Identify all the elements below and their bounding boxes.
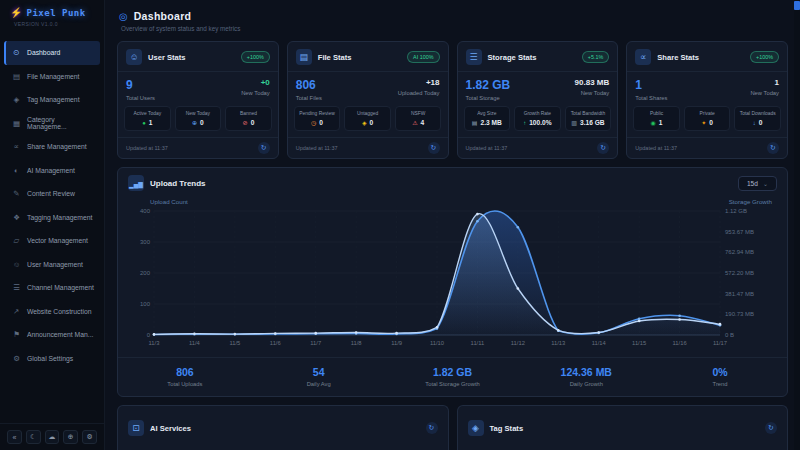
range-select[interactable]: 15d ⌄: [738, 176, 777, 191]
svg-text:11/3: 11/3: [149, 340, 160, 346]
language-button[interactable]: ⊕: [63, 430, 78, 444]
mini-label: NSFW: [397, 111, 440, 116]
content-review-icon: ✎: [12, 189, 21, 198]
svg-text:Upload Count: Upload Count: [150, 198, 188, 205]
trend-summary-row: 806 Total Uploads 54 Daily Avg 1.82 GB T…: [118, 357, 787, 396]
upload-trends-title: Upload Trends: [150, 179, 206, 188]
sidebar-item-tagging-management[interactable]: ❖ Tagging Management: [4, 206, 100, 230]
dashboard-header-icon: ◎: [119, 11, 128, 22]
file-stats-main-value: 806: [296, 78, 322, 92]
storage-stats-updated-text: Updated at 11:37: [466, 145, 508, 151]
refresh-button[interactable]: ↻: [767, 142, 779, 154]
sidebar-item-label: Announcement Man...: [27, 331, 94, 338]
svg-text:11/4: 11/4: [189, 340, 201, 346]
lightning-bolt-icon: ⚡: [10, 8, 22, 18]
chevron-down-icon: ⌄: [763, 180, 768, 187]
sidebar-item-global-settings[interactable]: ⚙ Global Settings: [4, 347, 100, 371]
sidebar-item-label: Content Review: [27, 190, 75, 197]
sidebar-item-file-management[interactable]: ▤ File Management: [4, 65, 100, 89]
user-stats-mini-new-today: New Today ⊕ 0: [175, 106, 222, 132]
share-stats-mini-total-downloads: Total Downloads ↓ 0: [734, 106, 781, 132]
bottom-cards-row: ⊡ AI Services ↻ ◈ Tag Stats ↻: [117, 405, 788, 450]
sidebar-item-website-construction[interactable]: ↗ Website Construction: [4, 300, 100, 324]
svg-text:300: 300: [140, 239, 151, 245]
file-stats-mini-nsfw: NSFW ⚠ 4: [395, 106, 442, 132]
global-settings-icon: ⚙: [12, 354, 21, 363]
tag-stats-icon: ◈: [468, 420, 484, 436]
mini-label: Growth Rate: [516, 111, 559, 116]
sidebar-item-vector-management[interactable]: ▱ Vector Management: [4, 229, 100, 253]
dark-mode-button[interactable]: ☾: [26, 430, 41, 444]
total-bandwidth-icon: ▥: [571, 119, 577, 126]
sidebar-item-share-management[interactable]: ∝ Share Management: [4, 135, 100, 159]
cloud-button[interactable]: ☁: [45, 430, 60, 444]
sidebar-item-dashboard[interactable]: ⊙ Dashboard: [4, 41, 100, 65]
svg-text:381.47 MB: 381.47 MB: [725, 291, 754, 297]
mini-label: Public: [635, 111, 678, 116]
file-stats-updated-text: Updated at 11:37: [296, 145, 338, 151]
storage-stats-card: ☰ Storage Stats +5.1% 1.82 GB Total Stor…: [457, 41, 619, 159]
share-stats-main-label: Total Shares: [635, 95, 667, 101]
sidebar-item-ai-management[interactable]: ◐ AI Management: [4, 159, 100, 183]
sidebar-item-label: Tag Management: [27, 96, 80, 103]
page-subtitle: Overview of system status and key metric…: [121, 25, 788, 32]
sidebar-item-content-review[interactable]: ✎ Content Review: [4, 182, 100, 206]
mini-value: 1: [149, 119, 153, 126]
refresh-button[interactable]: ↻: [597, 142, 609, 154]
scrollbar-thumb[interactable]: [794, 1, 800, 10]
mini-value: 0: [370, 119, 374, 126]
app-name: Pixel Punk: [26, 8, 85, 18]
summary-item: 1.82 GB Total Storage Growth: [386, 366, 520, 387]
sidebar-item-label: Tagging Management: [27, 214, 92, 221]
mini-value: 1: [659, 119, 663, 126]
refresh-button[interactable]: ↻: [765, 422, 777, 434]
collapse-button[interactable]: «: [7, 430, 22, 444]
language-icon: ⊕: [68, 433, 74, 441]
file-stats-title: File Stats: [318, 53, 401, 62]
channel-management-icon: ☰: [12, 283, 21, 292]
user-management-icon: ☺: [12, 260, 21, 269]
sidebar-item-announcement-management[interactable]: ⚑ Announcement Man...: [4, 323, 100, 347]
page-scrollbar[interactable]: [794, 0, 800, 450]
settings-icon: ⚙: [86, 433, 92, 441]
sidebar-item-user-management[interactable]: ☺ User Management: [4, 253, 100, 277]
summary-value: 1.82 GB: [386, 366, 520, 378]
share-stats-mini-private: Private ✦ 0: [684, 106, 731, 132]
sidebar-item-category-management[interactable]: ▦ Category Manageme...: [4, 112, 100, 136]
sidebar-item-label: User Management: [27, 261, 83, 268]
user-stats-main-value: 9: [126, 78, 155, 92]
announcement-management-icon: ⚑: [12, 330, 21, 339]
file-stats-delta-value: +18: [398, 78, 440, 87]
share-stats-delta-value: 1: [750, 78, 779, 87]
summary-label: Daily Avg: [252, 381, 386, 387]
storage-stats-icon: ☰: [466, 49, 482, 65]
user-stats-badge: +100%: [241, 51, 270, 63]
user-stats-delta-value: +0: [241, 78, 270, 87]
svg-text:190.73 MB: 190.73 MB: [725, 311, 754, 317]
sidebar-item-tag-management[interactable]: ◈ Tag Management: [4, 88, 100, 112]
share-stats-card: ∝ Share Stats +100% 1 Total Shares 1 New…: [626, 41, 788, 159]
sidebar-item-channel-management[interactable]: ☰ Channel Management: [4, 276, 100, 300]
tag-management-icon: ◈: [12, 95, 21, 104]
summary-label: Total Storage Growth: [386, 381, 520, 387]
file-management-icon: ▤: [12, 72, 21, 81]
settings-button[interactable]: ⚙: [82, 430, 97, 444]
refresh-button[interactable]: ↻: [258, 142, 270, 154]
refresh-button[interactable]: ↻: [426, 422, 438, 434]
svg-text:Storage Growth: Storage Growth: [729, 198, 773, 205]
tag-stats-title: Tag Stats: [490, 424, 760, 433]
page-title: Dashboard: [134, 10, 192, 22]
ai-services-title: AI Services: [150, 424, 420, 433]
file-stats-mini-untagged: Untagged ◈ 0: [344, 106, 391, 132]
svg-text:11/9: 11/9: [391, 340, 402, 346]
file-stats-main-label: Total Files: [296, 95, 322, 101]
bar-chart-icon: ▂▅▇: [128, 175, 144, 191]
active-today-icon: ●: [142, 120, 146, 126]
refresh-button[interactable]: ↻: [428, 142, 440, 154]
tagging-management-icon: ❖: [12, 213, 21, 222]
summary-value: 54: [252, 366, 386, 378]
range-select-value: 15d: [747, 180, 758, 187]
website-construction-icon: ↗: [12, 307, 21, 316]
sidebar-item-label: AI Management: [27, 167, 75, 174]
svg-text:100: 100: [140, 301, 151, 307]
